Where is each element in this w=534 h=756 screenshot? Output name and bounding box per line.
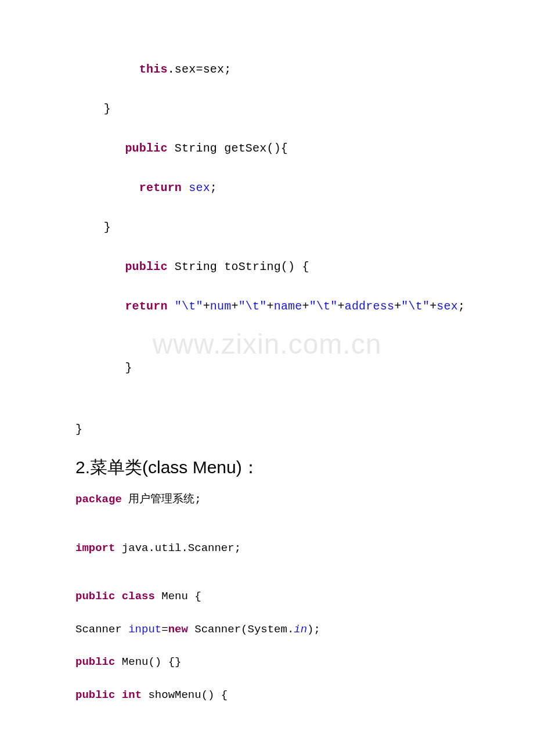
plus: +	[338, 300, 345, 313]
semicolon: ;	[458, 300, 465, 313]
field-num: num	[210, 300, 232, 313]
keyword-new: new	[168, 623, 188, 636]
plus: +	[394, 300, 401, 313]
code-text: Menu {	[155, 590, 201, 603]
code-line: package 用户管理系统;	[75, 491, 459, 508]
keyword-package: package	[75, 493, 122, 506]
indent	[75, 260, 125, 273]
field-sex: sex	[189, 181, 210, 195]
plus: +	[266, 300, 273, 313]
keyword-class: class	[122, 590, 155, 603]
keyword-public: public	[125, 142, 167, 155]
code-text: java.util.Scanner;	[115, 542, 241, 555]
code-text: String toString() {	[168, 260, 309, 273]
code-line: }	[75, 100, 459, 118]
keyword-return: return	[139, 181, 182, 195]
string-literal: "\t"	[401, 300, 430, 313]
code-text: Scanner	[75, 623, 128, 636]
code-text: Scanner(System.	[188, 623, 294, 636]
code-line: public class Menu {	[75, 588, 459, 605]
string-literal: "\t"	[239, 300, 267, 313]
code-line: this.sex=sex;	[75, 61, 459, 78]
code-line: import java.util.Scanner;	[75, 540, 459, 557]
plus: +	[203, 300, 210, 313]
plus: +	[302, 300, 309, 313]
field-in: in	[294, 623, 307, 636]
keyword-public: public	[75, 590, 115, 603]
code-line: public int showMenu() {	[75, 687, 459, 704]
code-text: 用户管理系统;	[122, 493, 201, 506]
keyword-import: import	[75, 542, 115, 555]
code-line: return sex;	[75, 179, 459, 197]
code-text: showMenu() {	[142, 689, 228, 701]
keyword-return: return	[125, 300, 167, 313]
section-heading: 2.菜单类(class Menu)：	[75, 456, 459, 480]
plus: +	[430, 300, 436, 313]
keyword-int: int	[122, 689, 142, 701]
string-literal: "\t"	[175, 300, 203, 313]
code-text: );	[307, 623, 320, 636]
code-line: }	[75, 421, 459, 438]
indent	[75, 142, 125, 155]
code-line: }	[75, 219, 459, 236]
keyword-public: public	[75, 689, 115, 701]
code-line: return "\t"+num+"\t"+name+"\t"+address+"…	[75, 298, 459, 315]
code-text: .sex=sex;	[168, 63, 232, 76]
indent	[75, 181, 139, 195]
field-name: name	[274, 300, 302, 313]
keyword-this: this	[139, 63, 168, 76]
keyword-public: public	[75, 656, 115, 668]
space	[168, 300, 175, 313]
code-text: String getSex(){	[168, 142, 288, 155]
code-line: public Menu() {}	[75, 654, 459, 671]
code-text: Menu() {}	[115, 656, 181, 668]
code-line: Scanner input=new Scanner(System.in);	[75, 621, 459, 638]
field-input: input	[128, 623, 161, 636]
equals: =	[161, 623, 168, 636]
code-line: public String toString() {	[75, 258, 459, 276]
code-line: }	[75, 359, 459, 377]
field-address: address	[345, 300, 394, 313]
indent	[75, 300, 125, 313]
semicolon: ;	[210, 181, 217, 195]
code-line: public String getSex(){	[75, 140, 459, 157]
keyword-public: public	[125, 260, 167, 273]
field-sex: sex	[436, 300, 458, 313]
space	[182, 181, 189, 195]
plus: +	[231, 300, 238, 313]
string-literal: "\t"	[309, 300, 338, 313]
page-content: this.sex=sex; } public String getSex(){ …	[0, 0, 534, 703]
